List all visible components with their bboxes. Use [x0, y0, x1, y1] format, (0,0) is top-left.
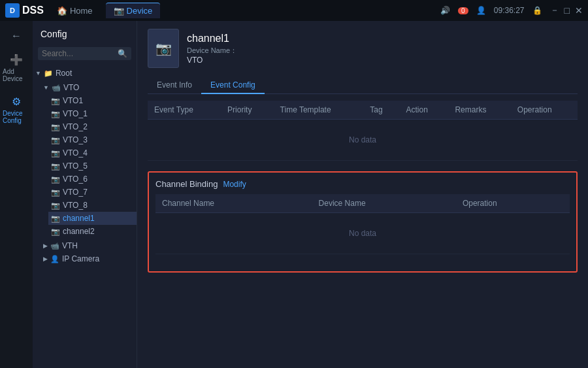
- tree-item-vto-8[interactable]: 📷 VTO_8: [48, 199, 137, 212]
- tab-device[interactable]: 📷 Device: [106, 3, 161, 18]
- col-tag: Tag: [363, 101, 399, 120]
- title-bar-right: 🔊 0 👤 09:36:27 🔒 － □ ✕: [440, 5, 583, 16]
- config-panel: Config 🔍 ▼ 📁 Root ▼ 📹 VTO: [33, 21, 137, 368]
- event-no-data-cell: No data: [148, 120, 578, 161]
- channel-binding-section: Channel Binding Modify Channel Name Devi…: [148, 171, 578, 273]
- col-remarks: Remarks: [448, 101, 510, 120]
- maximize-button[interactable]: □: [564, 5, 570, 16]
- config-title: Config: [33, 26, 137, 44]
- col-time-template: Time Template: [274, 101, 364, 120]
- notification-badge[interactable]: 0: [458, 7, 468, 14]
- logo: D DSS: [5, 3, 44, 18]
- device-info: channel1 Device Name： VTO: [187, 33, 237, 65]
- device-name-value: VTO: [187, 56, 237, 65]
- device-thumb-icon: 📷: [155, 41, 172, 56]
- event-table: Event Type Priority Time Template Tag Ac…: [148, 101, 578, 161]
- tree-item-vto-2[interactable]: 📷 VTO_2: [48, 120, 137, 133]
- tree-item-vto-6[interactable]: 📷 VTO_6: [48, 173, 137, 186]
- channel-no-data-cell: No data: [155, 213, 570, 254]
- tree-item-vto-7[interactable]: 📷 VTO_7: [48, 186, 137, 199]
- search-icon: 🔍: [118, 49, 127, 58]
- icon-sidebar: ← ➕ Add Device ⚙ Device Config: [0, 21, 33, 368]
- col-priority: Priority: [221, 101, 274, 120]
- col-channel-name: Channel Name: [155, 194, 312, 213]
- tree-item-ip-camera[interactable]: ▶ 👤 IP Camera: [41, 252, 137, 265]
- tab-event-config[interactable]: Event Config: [201, 77, 265, 94]
- event-table-header-row: Event Type Priority Time Template Tag Ac…: [148, 101, 578, 120]
- event-table-body: No data: [148, 120, 578, 161]
- sidebar-item-device-config[interactable]: ⚙ Device Config: [0, 90, 33, 129]
- search-input[interactable]: [42, 49, 118, 58]
- device-name-label: Device Name：: [187, 46, 237, 56]
- channel-table: Channel Name Device Name Operation No da…: [155, 194, 570, 254]
- device-name-heading: channel1: [187, 33, 237, 44]
- channel-binding-title: Channel Binding: [155, 179, 218, 189]
- tree-item-channel1[interactable]: 📷 channel1: [48, 212, 137, 225]
- tree-item-vto[interactable]: ▼ 📹 VTO: [41, 81, 137, 94]
- title-bar: D DSS 🏠 Home 📷 Device 🔊 0 👤 09:36:27 🔒 －…: [0, 0, 588, 21]
- tree-item-vth[interactable]: ▶ 📹 VTH: [41, 239, 137, 252]
- add-device-icon: ➕: [10, 54, 23, 66]
- tab-bar: Event Info Event Config: [148, 77, 578, 94]
- tree-root-children: ▼ 📹 VTO 📷 VTO1 📷 VTO_1: [33, 80, 137, 265]
- tree-root-node: ▼ 📁 Root ▼ 📹 VTO 📷 VTO1: [33, 65, 137, 267]
- content-area: 📷 channel1 Device Name： VTO Event Info E…: [137, 21, 588, 368]
- tree-item-vto-3[interactable]: 📷 VTO_3: [48, 133, 137, 146]
- col-action: Action: [399, 101, 448, 120]
- tree-item-vto-5[interactable]: 📷 VTO_5: [48, 159, 137, 173]
- tree-item-root[interactable]: ▼ 📁 Root: [33, 67, 137, 80]
- col-device-name: Device Name: [312, 194, 456, 213]
- minimize-button[interactable]: －: [550, 5, 559, 16]
- logo-icon: D: [5, 3, 20, 18]
- tree-item-vto-1[interactable]: 📷 VTO_1: [48, 107, 137, 120]
- modify-link[interactable]: Modify: [223, 180, 246, 189]
- back-button[interactable]: ←: [0, 26, 33, 46]
- tree-vto-node: ▼ 📹 VTO 📷 VTO1 📷 VTO_1: [41, 80, 137, 239]
- channel-header-row: Channel Name Device Name Operation: [155, 194, 570, 213]
- clock: 09:36:27: [494, 6, 525, 15]
- title-bar-left: D DSS 🏠 Home 📷 Device: [5, 3, 160, 18]
- tree-item-vto1[interactable]: 📷 VTO1: [48, 94, 137, 107]
- user-icon: 👤: [476, 6, 486, 15]
- main-layout: ← ➕ Add Device ⚙ Device Config Config 🔍 …: [0, 21, 588, 368]
- sidebar-item-add-device[interactable]: ➕ Add Device: [0, 48, 33, 88]
- lock-icon: 🔒: [532, 6, 542, 15]
- close-button[interactable]: ✕: [575, 5, 583, 16]
- tree-vto-children: 📷 VTO1 📷 VTO_1 📷 VTO_2 📷: [41, 94, 137, 238]
- logo-text: DSS: [22, 5, 44, 16]
- event-table-header: Event Type Priority Time Template Tag Ac…: [148, 101, 578, 120]
- channel-binding-title-row: Channel Binding Modify: [155, 179, 570, 189]
- col-operation: Operation: [511, 101, 578, 120]
- device-thumbnail: 📷: [148, 29, 179, 68]
- col-event-type: Event Type: [148, 101, 221, 120]
- device-header: 📷 channel1 Device Name： VTO: [148, 29, 578, 68]
- device-config-icon: ⚙: [12, 95, 21, 108]
- event-no-data-row: No data: [148, 120, 578, 161]
- channel-table-header: Channel Name Device Name Operation: [155, 194, 570, 213]
- tab-home[interactable]: 🏠 Home: [49, 3, 101, 18]
- window-controls: － □ ✕: [550, 5, 583, 16]
- tree-item-vto-4[interactable]: 📷 VTO_4: [48, 146, 137, 159]
- tab-event-info[interactable]: Event Info: [148, 77, 201, 94]
- col-channel-operation: Operation: [456, 194, 570, 213]
- channel-table-body: No data: [155, 213, 570, 254]
- search-bar: 🔍: [38, 47, 131, 60]
- speaker-icon: 🔊: [440, 6, 450, 15]
- channel-no-data-row: No data: [155, 213, 570, 254]
- tree-item-channel2[interactable]: 📷 channel2: [48, 225, 137, 238]
